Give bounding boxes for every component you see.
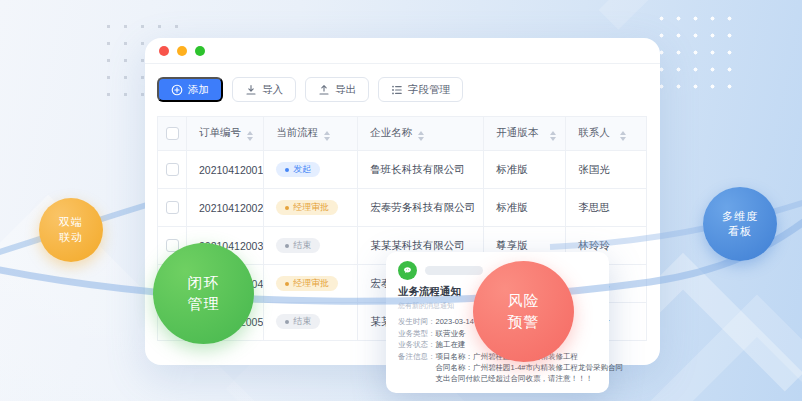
marketing-scene: 添加 导入 导出 字段管理 <box>0 0 802 401</box>
table-header-row: 订单编号 当前流程 企业名称 开通版本 联系人 <box>158 117 647 151</box>
field-label: 业务类型： <box>398 328 436 340</box>
table-row: 20210412002 经理审批 宏泰劳务科技有限公司 标准版 李思思 <box>158 189 647 227</box>
badge-line: 预警 <box>508 312 540 332</box>
column-header-process[interactable]: 当前流程 <box>264 117 358 151</box>
row-checkbox[interactable] <box>166 201 179 214</box>
column-header-label: 企业名称 <box>370 126 412 138</box>
sort-icon[interactable] <box>247 131 253 141</box>
row-checkbox[interactable] <box>166 163 179 176</box>
badge-line: 管理 <box>188 294 220 314</box>
toolbar: 添加 导入 导出 字段管理 <box>157 77 463 102</box>
field-label: 发生时间： <box>398 316 436 328</box>
badge-line: 看板 <box>728 224 752 239</box>
export-button[interactable]: 导出 <box>305 77 369 102</box>
status-badge: 经理审批 <box>276 276 338 291</box>
feature-badge-dual-linkage: 双端 联动 <box>39 198 103 262</box>
export-icon <box>318 84 330 96</box>
export-button-label: 导出 <box>335 83 356 97</box>
contact-cell: 张国光 <box>566 151 647 189</box>
feature-badge-closed-loop: 闭环 管理 <box>153 243 254 344</box>
column-header-version[interactable]: 开通版本 <box>484 117 566 151</box>
company-cell: 鲁班长科技有限公司 <box>358 151 484 189</box>
column-header-contact[interactable]: 联系人 <box>566 117 647 151</box>
status-badge-label: 发起 <box>293 165 311 174</box>
status-badge-label: 结束 <box>293 317 311 326</box>
remark-line: 合同名称：广州碧桂园1-4#市内精装修工程龙骨采购合同 <box>436 362 624 373</box>
feature-badge-risk-warning: 风险 预警 <box>473 261 574 362</box>
select-all-checkbox[interactable] <box>166 127 179 140</box>
sort-icon[interactable] <box>550 131 556 141</box>
status-badge-label: 结束 <box>293 241 311 250</box>
column-header-label: 开通版本 <box>496 126 538 138</box>
badge-line: 双端 <box>59 215 83 230</box>
remark-line: 支出合同付款已经超过合同收票，请注意！！！ <box>436 373 624 384</box>
add-button[interactable]: 添加 <box>157 77 223 102</box>
column-header-order-no[interactable]: 订单编号 <box>187 117 264 151</box>
column-header-company[interactable]: 企业名称 <box>358 117 484 151</box>
sort-icon[interactable] <box>418 131 424 141</box>
process-cell: 发起 <box>264 151 358 189</box>
column-header-label: 联系人 <box>578 126 610 138</box>
field-management-button[interactable]: 字段管理 <box>378 77 463 102</box>
status-badge: 结束 <box>276 314 320 329</box>
column-header-label: 订单编号 <box>199 126 241 138</box>
company-cell: 宏泰劳务科技有限公司 <box>358 189 484 227</box>
column-header-label: 当前流程 <box>276 126 318 138</box>
plus-circle-icon <box>171 84 183 96</box>
field-label: 业务状态： <box>398 339 436 351</box>
chat-bubble-icon <box>398 261 417 280</box>
version-cell: 标准版 <box>484 151 566 189</box>
process-cell: 结束 <box>264 227 358 265</box>
table-row: 20210412001 发起 鲁班长科技有限公司 标准版 张国光 <box>158 151 647 189</box>
badge-line: 多维度 <box>722 209 758 224</box>
field-management-button-label: 字段管理 <box>408 83 450 97</box>
field-value: 施工在建 <box>436 339 466 351</box>
import-button[interactable]: 导入 <box>232 77 296 102</box>
status-badge: 结束 <box>276 238 320 253</box>
badge-line: 闭环 <box>188 273 220 293</box>
badge-line: 联动 <box>59 230 83 245</box>
status-badge-label: 经理审批 <box>293 279 329 288</box>
close-window-icon[interactable] <box>159 46 169 56</box>
badge-line: 风险 <box>508 291 540 311</box>
contact-cell: 李思思 <box>566 189 647 227</box>
order-no-cell: 20210412001 <box>187 151 264 189</box>
import-button-label: 导入 <box>262 83 283 97</box>
version-cell: 标准版 <box>484 189 566 227</box>
window-titlebar <box>145 38 660 64</box>
field-label: 备注信息： <box>398 351 436 384</box>
zoom-window-icon[interactable] <box>195 46 205 56</box>
sort-icon[interactable] <box>324 131 330 141</box>
list-icon <box>391 84 403 96</box>
process-cell: 经理审批 <box>264 189 358 227</box>
sort-icon[interactable] <box>620 131 626 141</box>
dot-grid-decoration <box>653 10 743 90</box>
placeholder-bar <box>425 266 483 275</box>
feature-badge-multi-dashboard: 多维度 看板 <box>703 187 777 261</box>
import-icon <box>245 84 257 96</box>
add-button-label: 添加 <box>188 83 209 97</box>
minimize-window-icon[interactable] <box>177 46 187 56</box>
status-badge: 发起 <box>276 162 320 177</box>
status-badge-label: 经理审批 <box>293 203 329 212</box>
process-cell: 经理审批 <box>264 265 358 303</box>
process-cell: 结束 <box>264 303 358 341</box>
status-badge: 经理审批 <box>276 200 338 215</box>
field-value: 联营业务 <box>436 328 466 340</box>
order-no-cell: 20210412002 <box>187 189 264 227</box>
